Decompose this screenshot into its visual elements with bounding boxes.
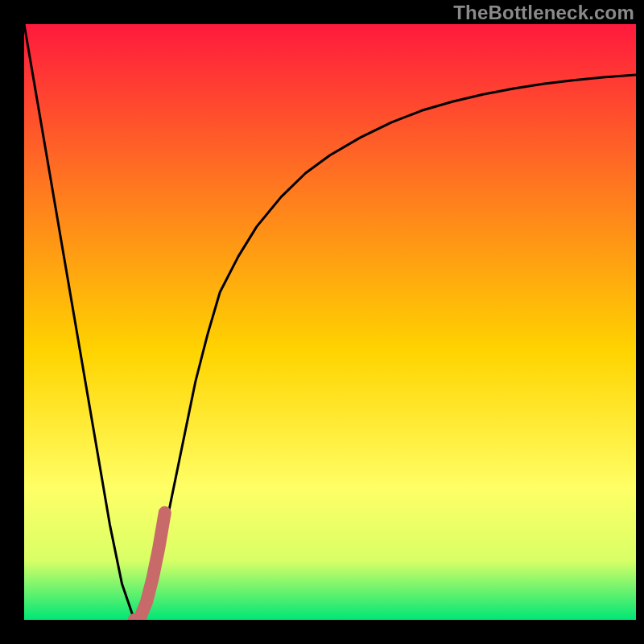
watermark-text: TheBottleneck.com	[453, 2, 634, 24]
svg-rect-3	[0, 0, 24, 644]
chart-stage: TheBottleneck.com	[0, 0, 644, 644]
svg-rect-2	[0, 620, 644, 644]
svg-rect-0	[24, 24, 636, 620]
bottleneck-chart	[0, 0, 644, 644]
svg-rect-4	[636, 0, 644, 644]
